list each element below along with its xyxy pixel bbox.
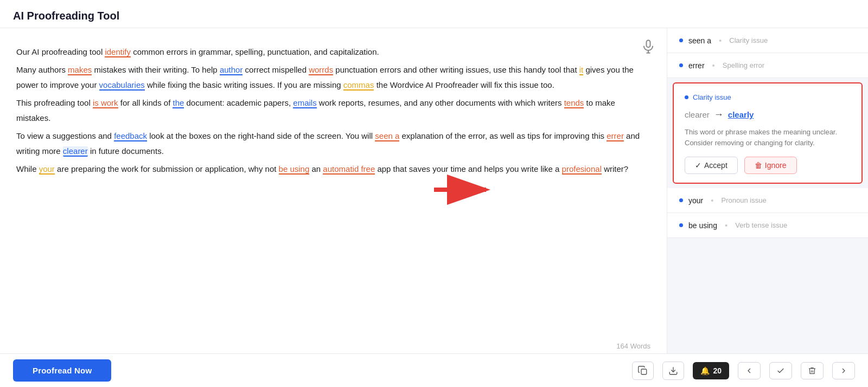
copy-button[interactable] bbox=[632, 362, 654, 380]
suggestion-word-seen-a: seen a bbox=[688, 36, 711, 45]
sep: • bbox=[719, 36, 722, 45]
suggestions-panel: seen a • Clarity issue errer • Spelling … bbox=[667, 28, 868, 353]
chevron-left-icon bbox=[745, 366, 754, 375]
suggestion-type-your: Pronoun issue bbox=[722, 196, 767, 204]
card-type: Clarity issue bbox=[693, 93, 731, 101]
bell-icon: 🔔 bbox=[700, 366, 710, 375]
text-normal: This profreading tool bbox=[16, 98, 93, 107]
card-suggestion: clearly bbox=[728, 110, 754, 119]
checkmark-icon: ✓ bbox=[695, 161, 701, 170]
text-normal: app that saves your time and helps you w… bbox=[375, 164, 561, 173]
error-commas: commas bbox=[343, 80, 374, 91]
error-the: the bbox=[173, 98, 184, 108]
text-normal: writer? bbox=[602, 164, 628, 173]
error-feedback: feedback bbox=[114, 131, 147, 141]
card-actions: ✓ Accept 🗑 Ignore bbox=[685, 157, 851, 174]
text-normal: an bbox=[309, 164, 323, 173]
next-button[interactable] bbox=[832, 362, 855, 379]
error-identify: identify bbox=[105, 47, 131, 57]
check-button[interactable] bbox=[769, 362, 792, 379]
text-normal: mistakes with their writing. To help bbox=[92, 65, 220, 74]
suggestion-item-be-using[interactable]: be using • Verb tense issue bbox=[667, 213, 868, 238]
delete-button[interactable] bbox=[801, 362, 824, 379]
error-clearer-active: clearer bbox=[63, 146, 88, 157]
text-normal: explanation of the error, as well as tip… bbox=[399, 131, 607, 140]
paragraph-5: While your are preparing the work for su… bbox=[16, 162, 650, 177]
text-normal: while fixing the basic writing issues. I… bbox=[145, 80, 343, 89]
text-normal: To view a suggestions and bbox=[16, 131, 114, 140]
text-normal: the Wordvice AI Proofreader will fix thi… bbox=[374, 80, 554, 89]
proofread-now-button[interactable]: Proofread Now bbox=[13, 359, 111, 382]
svg-rect-3 bbox=[641, 369, 647, 375]
suggestion-item-seen-a[interactable]: seen a • Clarity issue bbox=[667, 28, 868, 53]
card-dot bbox=[685, 95, 688, 99]
paragraph-2: Many authors makes mistakes with their w… bbox=[16, 62, 650, 93]
text-normal: for all kinds of bbox=[118, 98, 173, 107]
ignore-button[interactable]: 🗑 Ignore bbox=[744, 157, 797, 174]
card-arrow: → bbox=[714, 109, 724, 120]
error-automatid-free: automatid free bbox=[323, 164, 375, 175]
paragraph-4: To view a suggestions and feedback look … bbox=[16, 128, 650, 159]
sep2: • bbox=[712, 61, 715, 70]
check-icon bbox=[776, 366, 785, 375]
app-container: AI Proofreading Tool bbox=[0, 0, 868, 387]
error-tends: tends bbox=[564, 98, 584, 108]
text-normal: document: academic papers, bbox=[184, 98, 293, 107]
text-normal: correct mispelled bbox=[242, 65, 309, 74]
suggestion-item-errer[interactable]: errer • Spelling error bbox=[667, 53, 868, 78]
prev-button[interactable] bbox=[738, 362, 761, 379]
error-makes: makes bbox=[68, 65, 92, 75]
text-normal: While bbox=[16, 164, 39, 173]
suggestion-word-your: your bbox=[688, 196, 703, 205]
error-seen-a: seen a bbox=[375, 131, 399, 141]
app-title: AI Proofreading Tool bbox=[13, 10, 119, 22]
notification-button[interactable]: 🔔 20 bbox=[693, 362, 729, 379]
microphone-icon bbox=[641, 39, 656, 54]
toolbar-icons: 🔔 20 bbox=[632, 362, 855, 380]
suggestion-type-errer: Spelling error bbox=[723, 61, 764, 69]
dot-seen-a bbox=[679, 38, 683, 42]
error-be-using: be using bbox=[279, 164, 310, 175]
paragraph-3: This profreading tool is work for all ki… bbox=[16, 95, 650, 126]
text-normal: work reports, resumes, and any other doc… bbox=[317, 98, 564, 107]
error-your: your bbox=[39, 164, 55, 175]
error-worrds: worrds bbox=[309, 65, 333, 75]
download-button[interactable] bbox=[662, 362, 684, 380]
text-normal: Many authors bbox=[16, 65, 68, 74]
card-header: Clarity issue bbox=[685, 93, 851, 101]
suggestion-item-your[interactable]: your • Pronoun issue bbox=[667, 188, 868, 213]
sep3: • bbox=[711, 196, 713, 205]
suggestion-card-active: Clarity issue clearer → clearly This wor… bbox=[673, 82, 863, 184]
card-replacement: clearer → clearly bbox=[685, 109, 851, 120]
card-original: clearer bbox=[685, 110, 710, 119]
accept-label: Accept bbox=[704, 161, 727, 170]
copy-icon bbox=[638, 366, 648, 376]
card-description: This word or phrase makes the meaning un… bbox=[685, 127, 851, 148]
trash-nav-icon bbox=[808, 366, 816, 375]
trash-icon: 🗑 bbox=[755, 161, 762, 170]
error-emails: emails bbox=[293, 98, 316, 108]
accept-button[interactable]: ✓ Accept bbox=[685, 157, 738, 174]
error-is-work: is work bbox=[93, 98, 118, 108]
suggestion-type-seen-a: Clarity issue bbox=[729, 36, 768, 44]
ignore-label: Ignore bbox=[765, 161, 787, 170]
download-icon bbox=[668, 366, 678, 376]
editor-body: Our AI proofreading tool identify common… bbox=[0, 28, 667, 338]
dot-be-using bbox=[679, 223, 683, 227]
text-normal: punctuation errors and other writing iss… bbox=[333, 65, 579, 74]
svg-rect-0 bbox=[647, 40, 650, 47]
error-author: author bbox=[220, 65, 243, 75]
text-normal: look at the boxes on the right-hand side… bbox=[147, 131, 375, 140]
dot-errer bbox=[679, 63, 683, 67]
mic-icon-wrap[interactable] bbox=[641, 39, 656, 56]
editor-panel: Our AI proofreading tool identify common… bbox=[0, 28, 667, 353]
text-normal: in future documents. bbox=[88, 146, 164, 156]
editor-text[interactable]: Our AI proofreading tool identify common… bbox=[16, 44, 650, 177]
error-vocabularies: vocabularies bbox=[99, 80, 145, 91]
text-normal: common errors in grammar, spelling, punc… bbox=[131, 47, 379, 56]
sep4: • bbox=[725, 221, 727, 230]
app-header: AI Proofreading Tool bbox=[0, 0, 868, 28]
main-content: Our AI proofreading tool identify common… bbox=[0, 28, 868, 353]
error-profesional: profesional bbox=[562, 164, 602, 175]
word-count: 164 Words bbox=[0, 338, 667, 353]
